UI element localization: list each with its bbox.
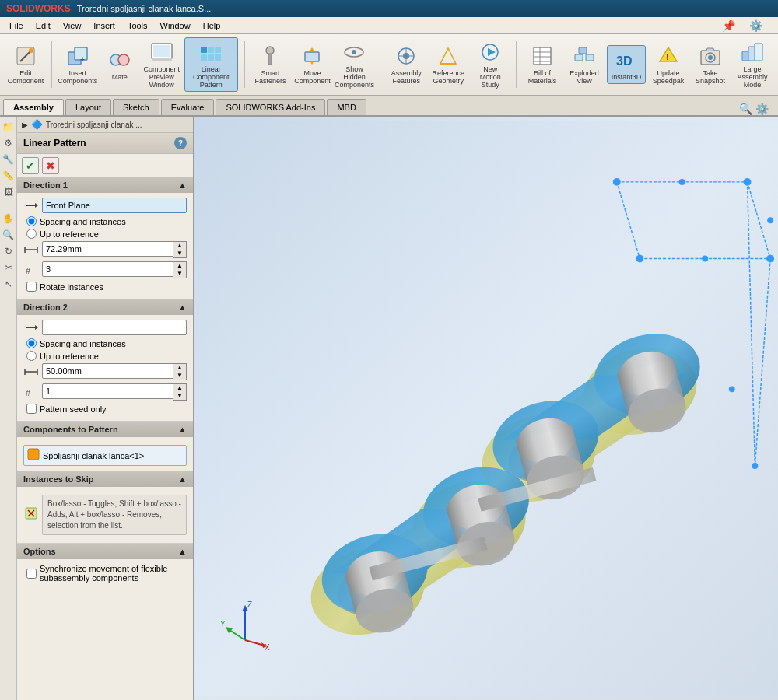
svg-text:Z: Z — [247, 600, 252, 609]
direction2-spacing-radio[interactable] — [26, 338, 37, 348]
direction2-spacing-down[interactable]: ▼ — [173, 372, 186, 380]
direction1-section: Direction 1 ▲ Spacing and instances Up t… — [17, 177, 193, 299]
direction1-header[interactable]: Direction 1 ▲ — [17, 177, 193, 193]
viewport[interactable]: Z X Y — [194, 117, 778, 700]
left-section-icon[interactable]: ✂ — [2, 261, 16, 275]
direction2-spacing-input[interactable] — [42, 363, 173, 379]
toolbar-assembly-features[interactable]: AssemblyFeatures — [387, 42, 426, 87]
toolbar-show-hidden[interactable]: ShowHiddenComponents — [335, 38, 373, 91]
direction2-reference-radio[interactable] — [26, 351, 37, 361]
toolbar-instant3d[interactable]: 3D Instant3D — [607, 45, 646, 84]
direction2-reference-input[interactable] — [42, 320, 187, 335]
svg-point-1 — [29, 48, 33, 53]
cancel-button[interactable]: ✖ — [42, 157, 59, 174]
svg-marker-49 — [35, 203, 38, 208]
direction2-instances-up[interactable]: ▲ — [173, 384, 186, 392]
svg-text:+: + — [80, 55, 85, 64]
menu-window[interactable]: Window — [154, 19, 197, 32]
toolbar-exploded-view[interactable]: ExplodedView — [565, 42, 604, 87]
left-zoom-icon[interactable]: 🔍 — [2, 228, 16, 242]
direction2-instances-down[interactable]: ▼ — [173, 392, 186, 400]
sync-movement-checkbox[interactable] — [26, 569, 37, 579]
tab-assembly[interactable]: Assembly — [3, 99, 64, 115]
toolbar-bill-of-materials[interactable]: Bill ofMaterials — [523, 42, 562, 87]
direction2-instances-input[interactable] — [42, 383, 173, 399]
tab-evaluate[interactable]: Evaluate — [161, 99, 215, 115]
menu-file[interactable]: File — [3, 19, 30, 32]
left-select-icon[interactable]: ↖ — [2, 277, 16, 291]
options-content: Synchronize movement of flexible subasse… — [17, 559, 193, 590]
move-component-icon — [300, 44, 324, 68]
svg-marker-27 — [440, 48, 456, 64]
toolbar-update-speedpak[interactable]: ! UpdateSpeedpak — [649, 42, 688, 87]
left-pan-icon[interactable]: ✋ — [2, 212, 16, 226]
options-header[interactable]: Options ▲ — [17, 544, 193, 559]
toolbar: EditComponent + InsertComponents Mate Co… — [0, 34, 778, 96]
large-assembly-icon — [740, 40, 765, 65]
toolbar-reference-geometry[interactable]: ReferenceGeometry — [429, 42, 468, 87]
toolbar-component-preview[interactable]: ComponentPreviewWindow — [142, 38, 181, 91]
toolbar-insert-components[interactable]: + InsertComponents — [58, 42, 97, 87]
direction1-reference-input[interactable] — [42, 198, 187, 213]
direction1-radio-spacing-row: Spacing and instances — [23, 216, 187, 226]
toolbar-options-icon[interactable]: ⚙️ — [743, 18, 769, 33]
left-display-manager-icon[interactable]: 🖼 — [2, 185, 16, 199]
instances-skip-header[interactable]: Instances to Skip ▲ — [17, 471, 193, 487]
left-feature-manager-icon[interactable]: 📁 — [2, 120, 16, 134]
direction2-reference-row — [23, 320, 187, 335]
menu-view[interactable]: View — [57, 19, 88, 32]
direction2-header[interactable]: Direction 2 ▲ — [17, 299, 193, 315]
toolbar-move-component[interactable]: MoveComponent — [293, 42, 331, 87]
toolbar-linear-pattern[interactable]: Linear ComponentPattern — [184, 37, 238, 92]
direction1-spacing-up[interactable]: ▲ — [173, 242, 186, 250]
breadcrumb-icon: 🔷 — [31, 119, 43, 130]
menu-help[interactable]: Help — [197, 19, 227, 32]
toolbar-mate[interactable]: Mate — [100, 46, 139, 83]
toolbar-pin-icon[interactable]: 📌 — [716, 18, 741, 33]
tab-sketch[interactable]: Sketch — [113, 99, 159, 115]
direction1-instances-down[interactable]: ▼ — [173, 270, 186, 278]
svg-rect-8 — [153, 45, 170, 57]
instant3d-icon: 3D — [614, 47, 639, 72]
menu-edit[interactable]: Edit — [30, 19, 57, 32]
svg-marker-55 — [35, 325, 38, 330]
sync-movement-label: Synchronize movement of flexible subasse… — [40, 564, 187, 583]
direction2-spacing-up[interactable]: ▲ — [173, 364, 186, 372]
toolbar-search-icon[interactable]: 🔍 — [739, 103, 752, 115]
toolbar-take-snapshot[interactable]: TakeSnapshot — [691, 42, 730, 87]
menu-tools[interactable]: Tools — [121, 19, 154, 32]
left-property-manager-icon[interactable]: ⚙ — [2, 136, 16, 150]
help-button[interactable]: ? — [174, 137, 187, 149]
view-settings-icon[interactable]: ⚙️ — [755, 103, 769, 115]
tab-mbd[interactable]: MBD — [327, 99, 366, 115]
menu-insert[interactable]: Insert — [87, 19, 121, 32]
direction1-spacing-input[interactable] — [42, 241, 173, 257]
components-label: Components to Pattern — [23, 425, 118, 434]
left-config-manager-icon[interactable]: 🔧 — [2, 152, 16, 166]
new-motion-study-label: NewMotionStudy — [480, 66, 501, 89]
toolbar-edit-component[interactable]: EditComponent — [6, 42, 45, 87]
direction1-reference-radio[interactable] — [26, 229, 37, 239]
direction2-pattern-seed-checkbox[interactable] — [26, 404, 37, 414]
toolbar-new-motion-study[interactable]: NewMotionStudy — [471, 38, 510, 91]
tab-solidworks-addins[interactable]: SOLIDWORKS Add-Ins — [216, 99, 325, 115]
direction1-spacing-radio[interactable] — [26, 216, 37, 226]
direction1-spacing-down[interactable]: ▼ — [173, 250, 186, 257]
left-toolbar: 📁 ⚙ 🔧 📏 🖼 ✋ 🔍 ↻ ✂ ↖ — [0, 117, 17, 700]
tab-layout[interactable]: Layout — [65, 99, 111, 115]
breadcrumb: ▶ 🔷 Troredni spoljasnji clanak ... — [17, 117, 193, 133]
components-header[interactable]: Components to Pattern ▲ — [17, 422, 193, 437]
svg-rect-60 — [28, 449, 39, 460]
direction2-radio-reference-row: Up to reference — [23, 351, 187, 361]
toolbar-smart-fasteners[interactable]: SmartFasteners — [251, 42, 289, 87]
direction1-instances-up[interactable]: ▲ — [173, 262, 186, 270]
direction1-rotate-checkbox[interactable] — [26, 282, 37, 292]
component-item[interactable]: Spoljasnji clanak lanca<1> — [23, 445, 187, 466]
ok-button[interactable]: ✔ — [22, 157, 39, 174]
left-rotate-icon[interactable]: ↻ — [2, 244, 16, 258]
direction1-instances-input[interactable] — [42, 261, 173, 277]
left-dimxpert-icon[interactable]: 📏 — [2, 169, 16, 183]
sep1 — [51, 41, 52, 88]
toolbar-large-assembly[interactable]: LargeAssemblyMode — [733, 38, 772, 91]
direction2-instances-input-wrapper: ▲ ▼ — [42, 383, 187, 401]
